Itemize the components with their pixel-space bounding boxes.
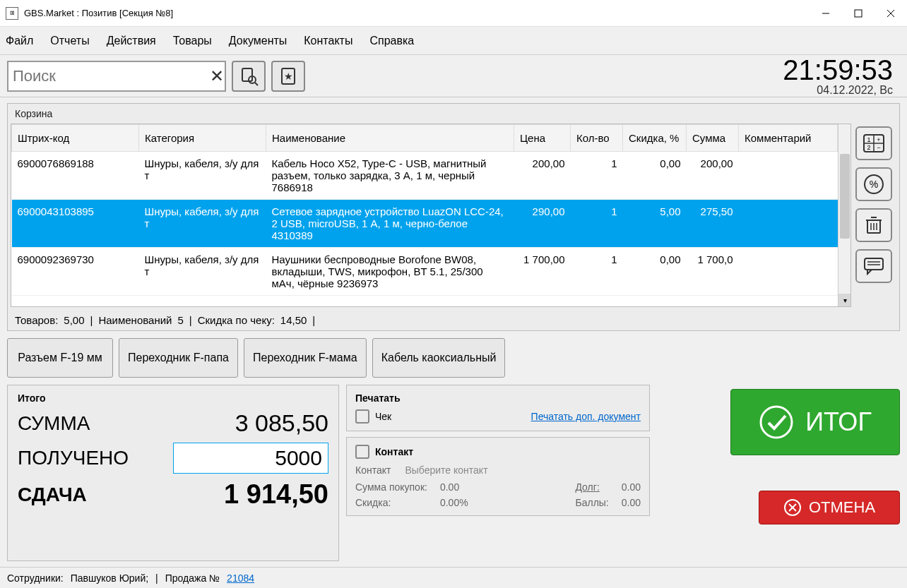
contact-sum-label: Сумма покупок: — [355, 481, 427, 493]
svg-text:1: 1 — [867, 136, 870, 143]
contact-points-label: Баллы: — [575, 497, 608, 508]
window-title: GBS.Market : Позитив [Секция №8] — [24, 8, 810, 18]
svg-point-27 — [761, 407, 792, 438]
statusbar: Сотрудники: Павшуков Юрий; | Продажа № 2… — [0, 567, 907, 588]
delete-button[interactable] — [855, 208, 892, 242]
cart-table: Штрих-код Категория Наименование Цена Ко… — [11, 124, 838, 296]
contact-debt-label: Долг: — [575, 481, 608, 493]
menu-documents[interactable]: Документы — [229, 35, 287, 47]
cart-table-wrap: Штрих-код Категория Наименование Цена Ко… — [11, 124, 851, 307]
sum-value: 3 085,50 — [235, 409, 328, 437]
menu-actions[interactable]: Действия — [107, 35, 156, 47]
table-row[interactable]: 6900092369730Шнуры, кабеля, з/у для тНау… — [12, 248, 838, 296]
cell-name: Наушники беспроводные Borofone BW08, вкл… — [266, 248, 514, 296]
total-button-label: ИТОГ — [805, 407, 872, 437]
cell-category: Шнуры, кабеля, з/у для т — [139, 248, 266, 296]
sale-number[interactable]: 21084 — [227, 572, 254, 584]
comment-button[interactable] — [855, 249, 892, 283]
quick-btn-3[interactable]: Кабель каоксиальный — [372, 338, 506, 378]
col-barcode[interactable]: Штрих-код — [12, 125, 139, 152]
change-value: 1 914,50 — [224, 479, 328, 510]
quick-btn-2[interactable]: Переходник F-мама — [244, 338, 367, 378]
menu-file[interactable]: Файл — [6, 35, 33, 47]
menubar: Файл Отчеты Действия Товары Документы Ко… — [0, 27, 907, 55]
menu-help[interactable]: Справка — [369, 35, 414, 47]
minimize-button[interactable] — [810, 0, 842, 27]
cell-qty: 1 — [571, 152, 623, 200]
search-input[interactable] — [13, 67, 207, 85]
cell-category: Шнуры, кабеля, з/у для т — [139, 200, 266, 248]
contact-checkbox[interactable] — [355, 445, 369, 459]
cell-comment — [739, 200, 838, 248]
search-button[interactable] — [232, 61, 266, 92]
cell-name: Кабель Hoco X52, Type-C - USB, магнитный… — [266, 152, 514, 200]
cell-discount: 5,00 — [623, 200, 687, 248]
close-button[interactable] — [875, 0, 907, 27]
contact-placeholder[interactable]: Выберите контакт — [405, 464, 487, 476]
menu-reports[interactable]: Отчеты — [50, 35, 89, 47]
app-icon: ⊞ — [6, 7, 18, 20]
receipt-discount-value: 14,50 — [280, 314, 307, 326]
menu-contacts[interactable]: Контакты — [304, 35, 352, 47]
print-check-label: Чек — [375, 411, 391, 422]
print-check-checkbox[interactable] — [355, 409, 369, 424]
percent-icon: % — [863, 174, 884, 195]
quick-btn-0[interactable]: Разъем F-19 мм — [7, 338, 113, 378]
quantity-button[interactable]: 1 + 2 − — [855, 126, 892, 160]
cell-sum: 200,00 — [687, 152, 739, 200]
sale-label: Продажа № — [165, 572, 220, 584]
close-icon — [887, 9, 895, 18]
scroll-down-icon[interactable]: ▾ — [838, 294, 850, 306]
discount-button[interactable]: % — [855, 167, 892, 201]
contact-sum-value: 0.00 — [440, 481, 563, 493]
svg-text:+: + — [877, 136, 880, 143]
favorites-button[interactable]: ★ — [271, 61, 305, 92]
table-row[interactable]: 6900076869188Шнуры, кабеля, з/у для тКаб… — [12, 152, 838, 200]
table-row[interactable]: 6900043103895Шнуры, кабеля, з/у для тСет… — [12, 200, 838, 248]
numpad-icon: 1 + 2 − — [863, 134, 884, 152]
total-button[interactable]: ИТОГ — [730, 389, 900, 455]
cart-scrollbar[interactable]: ▾ — [838, 124, 850, 306]
scroll-thumb[interactable] — [840, 154, 850, 239]
cancel-button-label: ОТМЕНА — [809, 498, 875, 517]
cancel-button[interactable]: ОТМЕНА — [759, 491, 900, 524]
quick-btn-1[interactable]: Переходник F-папа — [119, 338, 238, 378]
clock-date: 04.12.2022, Вс — [783, 84, 893, 97]
cell-sum: 275,50 — [687, 200, 739, 248]
col-qty[interactable]: Кол-во — [571, 125, 623, 152]
col-comment[interactable]: Комментарий — [739, 125, 838, 152]
trash-icon — [865, 215, 883, 236]
employees-label: Сотрудники: — [7, 572, 64, 584]
col-name[interactable]: Наименование — [266, 125, 514, 152]
toolbar: ✕ ★ 21:59:53 04.12.2022, Вс — [0, 55, 907, 97]
cell-category: Шнуры, кабеля, з/у для т — [139, 152, 266, 200]
star-doc-icon: ★ — [278, 66, 298, 86]
cell-name: Сетевое зарядное устройство LuazON LCC-2… — [266, 200, 514, 248]
cell-barcode: 6900043103895 — [12, 200, 139, 248]
col-sum[interactable]: Сумма — [687, 125, 739, 152]
col-discount[interactable]: Скидка, % — [623, 125, 687, 152]
received-input[interactable] — [173, 443, 328, 474]
names-value: 5 — [177, 314, 183, 326]
cart-side-buttons: 1 + 2 − % — [855, 124, 895, 307]
print-extra-link[interactable]: Печатать доп. документ — [531, 411, 641, 422]
maximize-icon — [854, 9, 862, 18]
menu-goods[interactable]: Товары — [173, 35, 212, 47]
minimize-icon — [822, 9, 830, 18]
maximize-button[interactable] — [842, 0, 875, 27]
quick-buttons: Разъем F-19 мм Переходник F-папа Переход… — [7, 338, 900, 378]
change-label: СДАЧА — [18, 484, 87, 506]
clock-time: 21:59:53 — [783, 56, 893, 84]
col-price[interactable]: Цена — [514, 125, 571, 152]
clear-search-icon[interactable]: ✕ — [207, 66, 227, 86]
contact-panel: Контакт Контакт Выберите контакт Сумма п… — [346, 437, 650, 516]
cell-discount: 0,00 — [623, 248, 687, 296]
col-category[interactable]: Категория — [139, 125, 266, 152]
search-field-wrap: ✕ — [7, 61, 226, 92]
cell-price: 290,00 — [514, 200, 571, 248]
cart-panel: Корзина Штрих-код Категория Наимен — [7, 103, 900, 331]
totals-panel: Итого СУММА 3 085,50 ПОЛУЧЕНО СДАЧА 1 91… — [7, 385, 339, 561]
received-label: ПОЛУЧЕНО — [18, 447, 129, 469]
checkmark-circle-icon — [759, 404, 794, 440]
cell-barcode: 6900076869188 — [12, 152, 139, 200]
